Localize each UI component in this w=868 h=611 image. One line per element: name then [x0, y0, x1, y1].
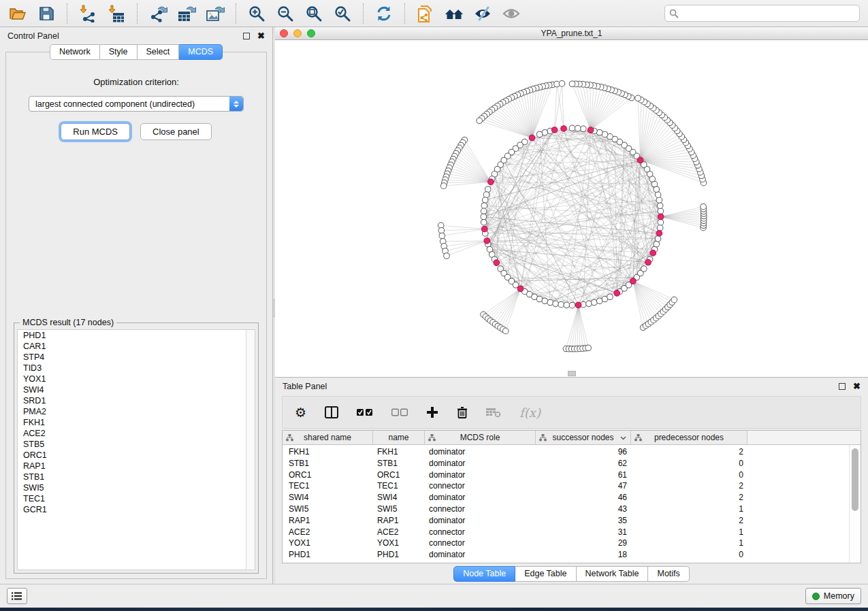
delete-column-icon[interactable]	[457, 406, 468, 418]
table-settings-icon[interactable]: ⚙	[295, 406, 306, 419]
task-history-button[interactable]	[7, 588, 27, 604]
tab-node-table[interactable]: Node Table	[453, 566, 515, 582]
table-row[interactable]: STB1STB1dominator620	[283, 458, 861, 469]
zoom-out-icon[interactable]	[276, 4, 295, 23]
main-toolbar	[0, 0, 868, 27]
show-all-icon[interactable]	[502, 4, 521, 23]
mcds-result-group: MCDS result (17 nodes) PHD1CAR1STP4TID3Y…	[14, 323, 259, 574]
deselect-all-icon[interactable]	[391, 408, 408, 416]
status-bar: Memory	[0, 584, 868, 608]
network-graph[interactable]	[275, 40, 868, 377]
tab-motifs[interactable]: Motifs	[648, 566, 689, 582]
mcds-result-list[interactable]: PHD1CAR1STP4TID3YOX1SWI4SRD1PMA2FKH1ACE2…	[17, 329, 255, 570]
table-row[interactable]: ORC1ORC1dominator610	[283, 469, 861, 481]
export-network-icon[interactable]	[148, 4, 167, 23]
refresh-icon[interactable]	[374, 4, 393, 23]
optimization-criterion-select[interactable]: largest connected component (undirected)	[29, 96, 244, 112]
table-scrollbar-thumb[interactable]	[852, 448, 858, 511]
home-icon[interactable]	[445, 4, 464, 23]
run-mcds-button[interactable]: Run MCDS	[61, 123, 130, 140]
select-all-icon[interactable]	[357, 408, 373, 416]
table-scrollbar[interactable]	[849, 445, 861, 563]
mcds-result-item[interactable]: TID3	[18, 363, 255, 374]
tab-network-table[interactable]: Network Table	[577, 566, 649, 582]
tab-mcds[interactable]: MCDS	[179, 44, 223, 60]
open-session-icon[interactable]	[8, 4, 27, 23]
table-row[interactable]: YOX1YOX1connector291	[283, 538, 861, 549]
app-window: Control Panel ✖ Network Style Select MCD…	[0, 0, 868, 608]
import-table-icon[interactable]	[107, 4, 126, 23]
mcds-result-item[interactable]: TEC1	[18, 493, 255, 504]
mcds-result-item[interactable]: STB1	[18, 472, 255, 482]
mcds-result-item[interactable]: PMA2	[18, 406, 255, 417]
column-header-successor-nodes[interactable]: successor nodes	[536, 431, 631, 444]
column-header-name[interactable]: name	[373, 431, 425, 444]
table-row[interactable]: RAP1RAP1dominator352	[283, 515, 861, 527]
table-row[interactable]: TEC1TEC1connector472	[283, 480, 861, 492]
table-header-row: shared name name MCDS role successor nod…	[283, 431, 861, 445]
zoom-in-icon[interactable]	[247, 4, 266, 23]
mcds-result-item[interactable]: SRD1	[18, 395, 255, 406]
close-table-panel-icon[interactable]: ✖	[853, 383, 861, 390]
selected-criterion: largest connected component (undirected)	[29, 99, 229, 109]
import-network-icon[interactable]	[78, 4, 97, 23]
table-toolbar: ⚙	[282, 396, 861, 429]
table-row[interactable]: SWI4SWI4dominator462	[283, 492, 861, 503]
mcds-result-item[interactable]: CAR1	[18, 341, 255, 352]
column-header-predecessor-nodes[interactable]: predecessor nodes	[631, 431, 748, 444]
delete-table-icon[interactable]	[486, 407, 501, 418]
tab-style[interactable]: Style	[100, 44, 138, 60]
column-type-icon	[428, 434, 436, 442]
table-row[interactable]: ACE2ACE2connector311	[283, 527, 861, 538]
column-header-shared-name[interactable]: shared name	[283, 431, 373, 444]
mcds-result-item[interactable]: STB5	[18, 439, 255, 450]
export-table-icon[interactable]	[177, 4, 196, 23]
toolbar-separator	[236, 3, 236, 24]
mcds-result-item[interactable]: SWI4	[18, 384, 255, 395]
toolbar-separator	[67, 3, 67, 24]
zoom-fit-icon[interactable]	[304, 4, 323, 23]
toolbar-separator	[363, 3, 364, 24]
close-panel-button[interactable]: Close panel	[140, 123, 212, 140]
mcds-result-title: MCDS result (17 nodes)	[20, 318, 116, 327]
mcds-result-item[interactable]: YOX1	[18, 374, 255, 384]
mcds-result-item[interactable]: STP4	[18, 352, 255, 363]
node-table: shared name name MCDS role successor nod…	[282, 430, 861, 563]
tab-network[interactable]: Network	[50, 44, 100, 60]
table-row[interactable]: PHD1PHD1dominator180	[283, 549, 861, 561]
zoom-selected-icon[interactable]	[333, 4, 352, 23]
column-header-mcds-role[interactable]: MCDS role	[425, 431, 536, 444]
export-image-icon[interactable]	[206, 4, 225, 23]
memory-button[interactable]: Memory	[805, 588, 861, 604]
close-panel-icon[interactable]: ✖	[257, 33, 265, 39]
column-visibility-icon[interactable]	[325, 406, 338, 418]
mcds-result-item[interactable]: RAP1	[18, 461, 255, 472]
float-table-panel-icon[interactable]	[839, 383, 846, 390]
column-type-icon	[539, 434, 547, 442]
mcds-list-scrollbar[interactable]	[246, 330, 255, 569]
function-builder-icon[interactable]: f(x)	[519, 406, 541, 420]
memory-status-icon	[812, 593, 820, 600]
tab-select[interactable]: Select	[138, 44, 180, 60]
mcds-result-item[interactable]: FKH1	[18, 417, 255, 428]
mcds-result-item[interactable]: SWI5	[18, 482, 255, 493]
float-panel-icon[interactable]	[243, 33, 250, 39]
mcds-result-item[interactable]: PHD1	[18, 330, 255, 341]
network-canvas[interactable]	[275, 40, 868, 377]
mcds-result-item[interactable]: ACE2	[18, 428, 255, 439]
share-network-icon[interactable]	[416, 4, 435, 23]
canvas-splitter-grip[interactable]	[568, 371, 576, 376]
save-session-icon[interactable]	[37, 4, 56, 23]
mcds-result-item[interactable]: ORC1	[18, 450, 255, 461]
table-row[interactable]: SWI5SWI5connector431	[283, 503, 861, 515]
search-input[interactable]	[681, 9, 855, 18]
table-body: FKH1FKH1dominator962STB1STB1dominator620…	[283, 445, 861, 563]
table-row[interactable]: FKH1FKH1dominator962	[283, 446, 861, 458]
add-column-icon[interactable]	[426, 406, 438, 418]
hide-selected-icon[interactable]	[473, 4, 492, 23]
toolbar-separator	[404, 3, 405, 24]
network-window: YPA_prune.txt_1	[275, 27, 868, 377]
tab-edge-table[interactable]: Edge Table	[515, 566, 576, 582]
table-rows: FKH1FKH1dominator962STB1STB1dominator620…	[283, 446, 861, 561]
mcds-result-item[interactable]: GCR1	[18, 504, 255, 515]
